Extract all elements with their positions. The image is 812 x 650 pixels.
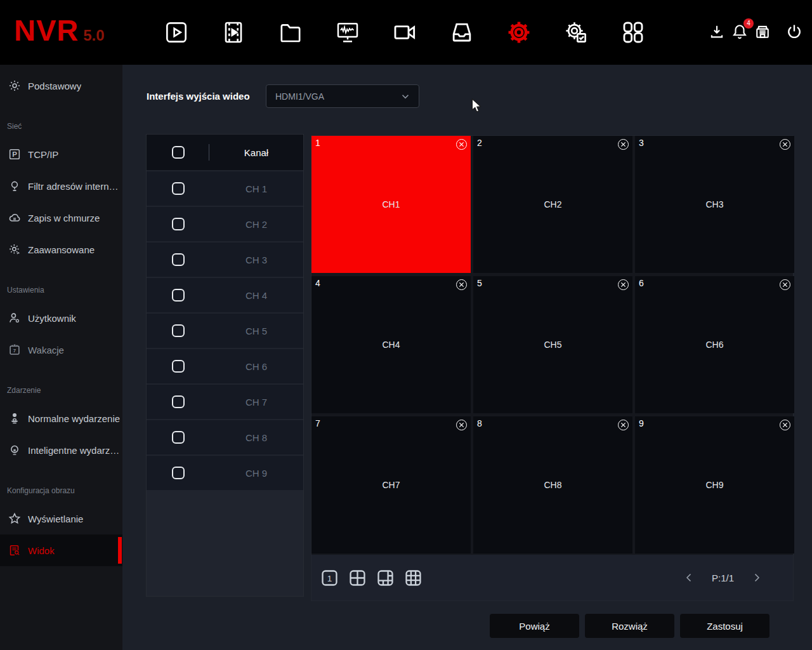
grid-cell-ch5[interactable]: 5 CH5	[473, 276, 632, 413]
apply-button[interactable]: Zastosuj	[680, 614, 769, 638]
output-interface-label: Interfejs wyjścia wideo	[147, 91, 250, 102]
device-inbox-icon[interactable]	[753, 22, 772, 41]
close-icon[interactable]	[618, 139, 629, 150]
grid-cell-ch3[interactable]: 3 CH3	[635, 136, 794, 273]
close-icon[interactable]	[780, 279, 790, 290]
alarm-bell-icon[interactable]: 4	[730, 22, 749, 41]
row-checkbox[interactable]	[172, 218, 185, 230]
close-icon[interactable]	[780, 139, 790, 150]
sidebar: Podstawowy Sieć P TCP/IP Filtr adresów i…	[0, 65, 122, 650]
dropdown-value: HDMI1/VGA	[275, 91, 324, 102]
grid-cell-ch8[interactable]: 8 CH8	[473, 416, 632, 554]
sidebar-item-wakacje[interactable]: 7 Wakacje	[0, 334, 122, 366]
table-row[interactable]: CH 7	[147, 385, 303, 419]
cloud-icon	[8, 211, 22, 225]
row-checkbox[interactable]	[172, 360, 185, 373]
sidebar-item-inteligentne-wydarzenie[interactable]: Inteligentne wydarzenie	[0, 434, 122, 466]
close-icon[interactable]	[780, 420, 790, 430]
sidebar-item-zapis-w-chmurze[interactable]: Zapis w chmurze	[0, 202, 122, 234]
sidebar-section-siec: Sieć	[0, 102, 122, 138]
sidebar-item-label: Zaawansowane	[28, 244, 95, 255]
row-checkbox[interactable]	[172, 324, 185, 337]
table-row[interactable]: CH 9	[147, 456, 303, 490]
page-indicator: P:1/1	[712, 573, 734, 583]
sidebar-item-label: Inteligentne wydarzenie	[28, 445, 122, 456]
person-icon	[8, 411, 22, 425]
apps-icon[interactable]	[619, 18, 647, 46]
layout-1-icon[interactable]: 1	[320, 568, 339, 588]
sidebar-item-normalne-wydarzenie[interactable]: Normalne wydarzenie	[0, 402, 122, 434]
chevron-down-icon	[401, 92, 410, 101]
grid-cell-ch4[interactable]: 4 CH4	[311, 276, 471, 413]
camera-icon[interactable]	[391, 18, 419, 46]
sidebar-item-label: Widok	[28, 545, 55, 556]
layout-4-icon[interactable]	[348, 568, 367, 588]
sidebar-item-label: Zapis w chmurze	[28, 213, 100, 223]
table-row[interactable]: CH 4	[147, 278, 303, 312]
playback-icon[interactable]	[219, 18, 247, 46]
sidebar-item-wyswietlanie[interactable]: Wyświetlanie	[0, 503, 122, 534]
table-row[interactable]: CH 3	[147, 242, 303, 277]
display-monitor-icon[interactable]	[334, 18, 362, 46]
table-row[interactable]: CH 6	[147, 349, 303, 383]
user-gear-icon	[8, 311, 22, 325]
table-row[interactable]: CH 8	[147, 420, 303, 454]
sidebar-item-podstawowy[interactable]: Podstawowy	[0, 70, 122, 102]
topbar-status: 4	[704, 22, 804, 41]
layout-9-icon[interactable]	[403, 568, 423, 588]
preview-icon[interactable]	[162, 18, 190, 46]
close-icon[interactable]	[456, 420, 467, 430]
grid-cell-ch7[interactable]: 7 CH7	[311, 416, 471, 554]
table-row[interactable]: CH 1	[147, 171, 303, 206]
close-icon[interactable]	[618, 279, 629, 290]
grid-cell-ch2[interactable]: 2 CH2	[473, 136, 632, 273]
output-interface-dropdown[interactable]: HDMI1/VGA	[266, 84, 419, 108]
topbar-nav	[162, 18, 647, 46]
grid-cell-ch6[interactable]: 6 CH6	[635, 276, 794, 413]
chevron-right-icon[interactable]	[752, 573, 762, 583]
select-all-checkbox[interactable]	[172, 146, 185, 159]
grid-toolbar: 1	[311, 555, 793, 600]
sidebar-item-label: TCP/IP	[28, 149, 58, 160]
export-icon[interactable]	[707, 22, 726, 41]
sidebar-item-zaawansowane[interactable]: Zaawansowane	[0, 234, 122, 265]
row-checkbox[interactable]	[172, 467, 185, 479]
sidebar-section-zdarzenie: Zdarzenie	[0, 366, 122, 402]
grid-cell-ch1[interactable]: 1 CH1	[311, 136, 471, 273]
chevron-left-icon[interactable]	[684, 573, 694, 583]
sidebar-item-widok[interactable]: Widok	[0, 534, 122, 566]
channel-table-header: Kanał	[147, 135, 303, 170]
storage-icon[interactable]	[448, 18, 476, 46]
sidebar-item-uzytkownik[interactable]: Użytkownik	[0, 302, 122, 334]
row-checkbox[interactable]	[172, 182, 185, 195]
row-checkbox[interactable]	[172, 289, 185, 302]
svg-text:7: 7	[13, 348, 16, 354]
video-grid-panel: 1 CH1 2 CH2 3 CH3 4 CH4 5 C	[311, 135, 794, 601]
unbind-button[interactable]: Rozwiąż	[585, 614, 674, 638]
grid-cell-ch9[interactable]: 9 CH9	[635, 416, 794, 554]
sidebar-item-tcpip[interactable]: P TCP/IP	[0, 138, 122, 170]
address-filter-icon	[8, 179, 22, 193]
table-row[interactable]: CH 5	[147, 314, 303, 348]
maintenance-icon[interactable]	[562, 18, 590, 46]
sidebar-item-filtr-adresow[interactable]: Filtr adresów internet...	[0, 170, 122, 202]
file-management-icon[interactable]	[277, 18, 304, 46]
channel-column-header: Kanał	[209, 147, 303, 158]
close-icon[interactable]	[456, 279, 467, 290]
system-settings-icon[interactable]	[505, 18, 533, 46]
row-checkbox[interactable]	[172, 253, 185, 266]
power-icon[interactable]	[785, 22, 804, 41]
close-icon[interactable]	[618, 420, 629, 430]
row-checkbox[interactable]	[172, 395, 185, 408]
layout-6-icon[interactable]	[376, 568, 395, 588]
logo-version: 5.0	[83, 27, 104, 44]
gear-icon	[8, 79, 22, 93]
app-logo: NVR 5.0	[14, 15, 105, 45]
table-row[interactable]: CH 2	[147, 207, 303, 241]
row-checkbox[interactable]	[172, 431, 185, 444]
video-grid: 1 CH1 2 CH2 3 CH3 4 CH4 5 C	[311, 136, 793, 555]
calendar-icon: 7	[8, 343, 22, 357]
smart-event-icon	[8, 443, 22, 457]
close-icon[interactable]	[456, 139, 467, 150]
bind-button[interactable]: Powiąż	[490, 614, 579, 638]
